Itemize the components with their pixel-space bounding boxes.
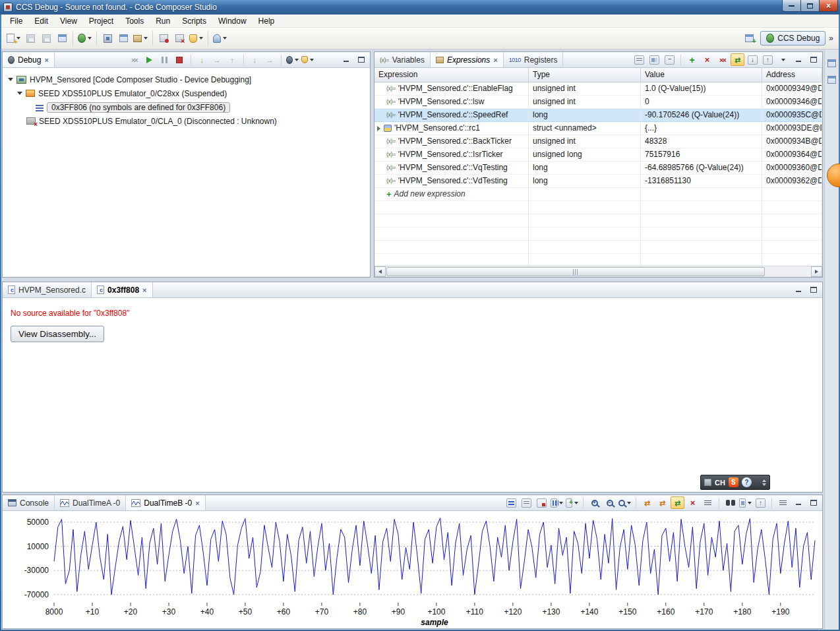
view-disassembly-button[interactable]: View Disassembly... xyxy=(11,326,104,342)
close-tab-icon[interactable] xyxy=(493,55,497,65)
tab-console[interactable]: Console xyxy=(3,495,55,510)
view-menu-button[interactable] xyxy=(776,496,790,509)
tab-expressions[interactable]: Expressions xyxy=(431,52,504,67)
remove-expression-button[interactable] xyxy=(700,53,714,66)
minimize-view-button[interactable] xyxy=(791,53,805,66)
minimize-view-button[interactable] xyxy=(791,284,805,296)
expression-row[interactable]: (x)='HVPM_Sensored.c'::EnableFlag unsign… xyxy=(375,82,822,96)
expression-row[interactable]: 'HVPM_Sensored.c'::rc1 struct <unnamed> … xyxy=(375,122,822,135)
expression-row[interactable]: (x)='HVPM_Sensored.c'::VdTesting long -1… xyxy=(375,175,822,188)
expander-icon[interactable] xyxy=(8,78,13,81)
debug-launch-button[interactable] xyxy=(76,30,94,46)
ccs-debug-perspective-button[interactable]: CCS Debug xyxy=(760,31,825,45)
flash-button[interactable] xyxy=(187,30,205,46)
close-tab-icon[interactable] xyxy=(195,498,199,508)
scrollbar-thumb[interactable] xyxy=(386,267,765,276)
launch-button[interactable] xyxy=(211,30,229,46)
refresh-button[interactable] xyxy=(655,496,669,509)
expression-row-selected[interactable]: (x)='HVPM_Sensored.c'::SpeedRef long -90… xyxy=(375,109,822,122)
waveform-chart[interactable]: 5000010000-30000-700008000+10+20+30+40+5… xyxy=(3,511,822,628)
assembly-step-over-button[interactable] xyxy=(263,53,277,66)
continuous-refresh-button[interactable] xyxy=(671,496,684,509)
waveform-plot[interactable]: 5000010000-30000-700008000+10+20+30+40+5… xyxy=(3,511,822,628)
perspective-overflow-chevron[interactable]: » xyxy=(829,34,833,43)
debug-tree-row-launch[interactable]: HVPM_Sensored [Code Composer Studio - De… xyxy=(3,73,370,86)
zoom-options-button[interactable] xyxy=(618,496,632,509)
menu-project[interactable]: Project xyxy=(83,15,119,27)
save-all-button[interactable] xyxy=(38,30,54,46)
export-graph-button[interactable] xyxy=(754,496,767,509)
display-properties-button[interactable] xyxy=(504,496,518,509)
assembly-step-into-button[interactable] xyxy=(248,53,262,66)
tab-debug[interactable]: Debug xyxy=(3,52,55,67)
maximize-view-button[interactable] xyxy=(354,53,368,66)
tab-dualtimeb[interactable]: DualTimeB -0 xyxy=(126,495,205,510)
terminate-button[interactable] xyxy=(173,53,187,66)
column-address[interactable]: Address xyxy=(762,68,822,82)
column-expression[interactable]: Expression xyxy=(375,68,529,82)
ime-input-method-icon[interactable]: S xyxy=(729,477,738,487)
remove-all-terminated-button[interactable] xyxy=(127,53,141,66)
toggle-breakpoint-button[interactable] xyxy=(156,30,171,46)
restore-view-button[interactable] xyxy=(825,73,839,86)
find-button[interactable] xyxy=(723,496,737,509)
floating-widget[interactable] xyxy=(825,162,840,189)
remove-all-expressions-button[interactable] xyxy=(715,53,729,66)
maximize-view-button[interactable] xyxy=(806,496,820,509)
add-series-button[interactable] xyxy=(565,496,579,509)
add-expression-row[interactable]: Add new expression xyxy=(375,188,822,201)
column-value[interactable]: Value xyxy=(641,68,762,82)
show-logical-structure-button[interactable] xyxy=(647,53,661,66)
tab-registers[interactable]: 1010 Registers xyxy=(504,52,564,67)
tab-hvpm-sensored-c[interactable]: HVPM_Sensored.c xyxy=(3,282,92,297)
collapse-all-button[interactable] xyxy=(663,53,676,66)
tab-variables[interactable]: (x)= Variables xyxy=(375,52,431,67)
column-type[interactable]: Type xyxy=(529,68,641,82)
menu-edit[interactable]: Edit xyxy=(28,15,54,27)
expression-row[interactable]: (x)='HVPM_Sensored.c'::BackTicker unsign… xyxy=(375,135,822,148)
menu-help[interactable]: Help xyxy=(253,15,281,27)
ime-options-toggle[interactable] xyxy=(762,479,766,486)
close-window-button[interactable]: × xyxy=(819,0,838,12)
expression-row[interactable]: (x)='HVPM_Sensored.c'::IsrTicker unsigne… xyxy=(375,148,822,162)
remove-breakpoints-button[interactable] xyxy=(171,30,187,46)
ime-help-icon[interactable]: ? xyxy=(742,477,752,487)
step-over-button[interactable] xyxy=(210,53,224,66)
ime-language-bar[interactable]: CH S ? xyxy=(700,475,770,490)
legend-button[interactable] xyxy=(520,496,533,509)
tab-0x3ff808[interactable]: 0x3ff808 xyxy=(92,282,152,297)
step-return-button[interactable] xyxy=(225,53,239,66)
tab-dualtimea[interactable]: DualTimeA -0 xyxy=(55,495,126,510)
close-tab-icon[interactable] xyxy=(44,55,48,65)
expand-struct-icon[interactable] xyxy=(377,126,380,131)
export-expressions-button[interactable] xyxy=(761,53,775,66)
minimize-view-button[interactable] xyxy=(339,53,353,66)
chart-style-button[interactable] xyxy=(550,496,564,509)
ime-language-label[interactable]: CH xyxy=(715,479,725,487)
cpu-menu-button[interactable] xyxy=(285,53,299,66)
clear-graph-button[interactable] xyxy=(686,496,700,509)
add-expression-button[interactable] xyxy=(685,53,699,66)
menu-scripts[interactable]: Scripts xyxy=(176,15,212,27)
zoom-out-button[interactable] xyxy=(603,496,616,509)
maximize-view-button[interactable] xyxy=(806,53,820,66)
suspend-button[interactable] xyxy=(158,53,171,66)
menu-tools[interactable]: Tools xyxy=(119,15,150,27)
reset-view-button[interactable] xyxy=(640,496,654,509)
debug-tree-row-frame[interactable]: 0x3FF806 (no symbols are defined for 0x3… xyxy=(3,100,370,114)
debug-tree-row-core[interactable]: SEED XDS510PLUS Emulator_0/C28xx (Suspen… xyxy=(3,86,370,100)
close-tab-icon[interactable] xyxy=(142,285,146,295)
restore-view-button[interactable] xyxy=(825,57,839,69)
expander-icon[interactable] xyxy=(17,92,22,95)
menu-run[interactable]: Run xyxy=(150,15,176,27)
memory-view-button[interactable] xyxy=(115,30,131,46)
horizontal-scrollbar[interactable] xyxy=(375,266,822,277)
scroll-left-button[interactable] xyxy=(375,266,386,277)
scrollbar-track[interactable] xyxy=(386,266,811,277)
maximize-view-button[interactable] xyxy=(806,284,820,296)
save-button[interactable] xyxy=(22,30,38,46)
minimize-window-button[interactable] xyxy=(782,0,801,12)
import-expressions-button[interactable] xyxy=(746,53,760,66)
maximize-window-button[interactable] xyxy=(800,0,820,12)
show-type-names-button[interactable] xyxy=(632,53,646,66)
